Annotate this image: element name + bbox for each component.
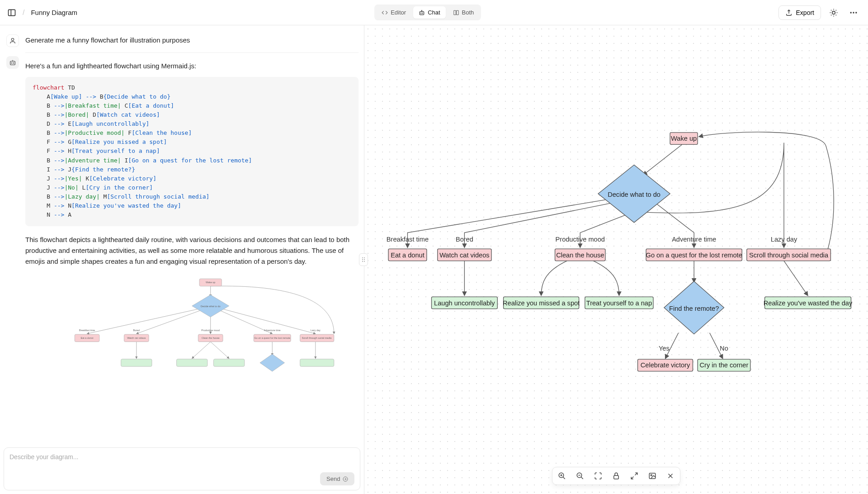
maximize-icon	[594, 472, 602, 480]
lock-button[interactable]	[611, 471, 621, 481]
upload-icon	[785, 9, 793, 16]
tab-editor-label: Editor	[391, 9, 406, 16]
svg-rect-2	[420, 11, 424, 14]
bot-icon	[9, 59, 16, 66]
svg-line-18	[836, 10, 836, 10]
image-button[interactable]	[647, 471, 657, 481]
flowchart-diagram: Breakfast time Bored Productive mood Adv…	[364, 25, 868, 494]
node-nap[interactable]: Treat yourself to a nap	[585, 297, 653, 309]
node-cat-videos[interactable]: Watch cat videos	[438, 249, 491, 261]
edge-label-lazy: Lazy day	[771, 236, 797, 243]
node-cry[interactable]: Cry in the corner	[698, 359, 750, 371]
composer-input[interactable]	[9, 453, 354, 468]
svg-point-4	[422, 10, 422, 10]
svg-text:Celebrate victory: Celebrate victory	[641, 361, 690, 369]
bot-avatar	[6, 56, 19, 69]
export-label: Export	[796, 9, 814, 16]
edge-label-breakfast: Breakfast time	[387, 236, 429, 243]
diagram-thumbnail: Wake up Decide what to do Breakfast time…	[25, 275, 359, 380]
svg-point-26	[13, 63, 14, 63]
user-icon	[9, 37, 16, 44]
svg-text:Productive mood: Productive mood	[201, 329, 220, 332]
user-avatar	[6, 34, 19, 47]
tab-both-label: Both	[462, 9, 474, 16]
tab-editor[interactable]: Editor	[376, 6, 411, 19]
zoom-in-button[interactable]	[557, 471, 567, 481]
bot-message: Here's a fun and lighthearted flowchart …	[6, 56, 359, 380]
app-header: / Funny Diagram Editor Chat Both	[0, 0, 868, 25]
breadcrumb-separator: /	[23, 9, 24, 17]
svg-point-20	[853, 12, 854, 13]
node-quest-remote[interactable]: Go on a quest for the lost remote	[646, 249, 742, 261]
bot-icon	[419, 10, 425, 16]
svg-marker-37	[260, 354, 285, 371]
svg-line-88	[563, 477, 565, 479]
svg-text:Eat a donut: Eat a donut	[391, 252, 425, 259]
pane-resize-handle[interactable]	[359, 253, 368, 266]
grip-icon	[361, 256, 366, 263]
svg-point-19	[850, 12, 852, 13]
svg-text:Breakfast time: Breakfast time	[79, 329, 95, 332]
expand-button[interactable]	[629, 471, 639, 481]
node-missed-spot[interactable]: Realize you missed a spot	[503, 297, 580, 309]
node-eat-donut[interactable]: Eat a donut	[388, 249, 427, 261]
more-menu-button[interactable]	[846, 5, 861, 20]
svg-point-22	[11, 38, 14, 41]
svg-line-13	[831, 10, 831, 10]
svg-rect-38	[300, 359, 334, 366]
svg-line-92	[581, 477, 583, 479]
node-scroll-social[interactable]: Scroll through social media	[747, 249, 831, 261]
svg-point-6	[422, 13, 423, 13]
mermaid-code-block[interactable]: flowchart TD A[Wake up] --> B{Decide wha…	[25, 77, 359, 226]
bot-explanation-text: This flowchart depicts a lighthearted da…	[25, 234, 359, 267]
diagram-canvas[interactable]: Breakfast time Bored Productive mood Adv…	[364, 25, 868, 494]
svg-rect-0	[9, 10, 15, 15]
svg-text:Scroll through social media: Scroll through social media	[749, 252, 829, 259]
svg-point-57	[362, 261, 363, 262]
svg-text:Decide what to do: Decide what to do	[201, 305, 221, 308]
svg-point-56	[364, 259, 365, 260]
zoom-in-icon	[558, 472, 566, 480]
svg-rect-8	[456, 10, 458, 14]
document-title[interactable]: Funny Diagram	[31, 9, 77, 16]
message-composer: Send	[4, 447, 360, 490]
svg-point-10	[832, 11, 835, 14]
svg-text:Watch cat videos: Watch cat videos	[127, 336, 146, 339]
expand-icon	[630, 472, 638, 480]
node-wake-up[interactable]: Wake up	[670, 133, 698, 145]
panel-toggle-icon[interactable]	[7, 8, 16, 17]
tab-both[interactable]: Both	[448, 6, 480, 19]
user-message-text: Generate me a funny flowchart for illust…	[25, 34, 359, 47]
sun-icon	[829, 8, 838, 17]
svg-line-95	[635, 473, 637, 475]
edge-label-bored: Bored	[456, 236, 473, 243]
fit-screen-button[interactable]	[593, 471, 603, 481]
svg-text:Eat a donut: Eat a donut	[81, 336, 94, 339]
svg-rect-36	[213, 359, 244, 366]
node-celebrate[interactable]: Celebrate victory	[638, 359, 693, 371]
svg-text:Realize you missed a spot: Realize you missed a spot	[503, 299, 580, 307]
export-button[interactable]: Export	[778, 5, 821, 20]
svg-rect-35	[177, 359, 208, 366]
node-find-remote[interactable]: Find the remote?	[664, 281, 724, 334]
svg-text:Scroll through social media: Scroll through social media	[302, 336, 332, 339]
theme-toggle-button[interactable]	[826, 5, 841, 20]
node-wasted-day[interactable]: Realize you've wasted the day	[764, 297, 853, 309]
columns-icon	[453, 10, 459, 16]
more-horizontal-icon	[849, 8, 858, 17]
close-icon	[666, 472, 675, 480]
zoom-out-button[interactable]	[575, 471, 585, 481]
node-clean-house[interactable]: Clean the house	[555, 249, 605, 261]
svg-text:Adventure time: Adventure time	[264, 329, 281, 332]
svg-line-96	[631, 477, 633, 479]
close-button[interactable]	[665, 471, 675, 481]
zoom-out-icon	[576, 472, 584, 480]
svg-rect-23	[10, 61, 15, 65]
node-laugh[interactable]: Laugh uncontrollably	[432, 297, 498, 309]
send-button[interactable]: Send	[320, 472, 354, 485]
node-decide[interactable]: Decide what to do	[598, 165, 670, 223]
tab-chat[interactable]: Chat	[413, 6, 445, 19]
svg-text:Wake up: Wake up	[206, 280, 215, 283]
svg-text:Find the remote?: Find the remote?	[669, 305, 719, 312]
svg-text:Go on a quest for the lost rem: Go on a quest for the lost remote	[254, 336, 290, 339]
